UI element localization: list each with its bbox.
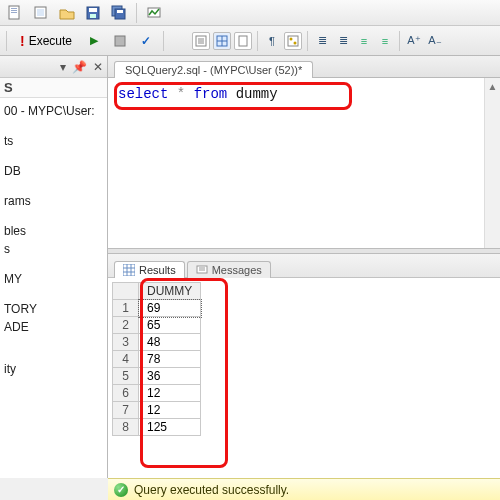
- cell[interactable]: 125: [139, 419, 201, 436]
- results-tab-strip: Results Messages: [108, 254, 500, 278]
- query-toolbar: ! Execute ▶ ✓ ¶ ≣ ≣ ≡ ≡ A⁺ A₋: [0, 26, 500, 56]
- tab-messages-label: Messages: [212, 264, 262, 276]
- scroll-up-icon[interactable]: ▲: [485, 78, 500, 94]
- cell[interactable]: 12: [139, 385, 201, 402]
- toolbar-separator: [6, 31, 7, 51]
- sql-keyword: from: [194, 86, 228, 102]
- new-query-icon[interactable]: [4, 3, 26, 23]
- tree-node[interactable]: TORY: [2, 300, 105, 318]
- svg-rect-21: [239, 36, 247, 46]
- sql-text: *: [168, 86, 193, 102]
- outdent-icon[interactable]: ≣: [334, 32, 352, 50]
- status-bar: ✓ Query executed successfully.: [108, 478, 500, 500]
- execute-icon: !: [20, 33, 25, 49]
- open-icon[interactable]: [56, 3, 78, 23]
- column-header[interactable]: DUMMY: [139, 283, 201, 300]
- results-grid-container: DUMMY 169 265 348 478 536 612 712 8125: [108, 278, 500, 478]
- results-panel: Results Messages DUMMY 169 265 348 478: [108, 254, 500, 478]
- svg-point-23: [290, 37, 293, 40]
- comment-icon[interactable]: ¶: [263, 32, 281, 50]
- svg-rect-25: [123, 264, 135, 276]
- object-explorer-header: ▾ 📌 ✕: [0, 56, 107, 78]
- svg-rect-22: [288, 36, 298, 46]
- tab-results-label: Results: [139, 264, 176, 276]
- tree-node[interactable]: bles: [2, 222, 105, 240]
- cell[interactable]: 36: [139, 368, 201, 385]
- messages-icon: [196, 264, 208, 276]
- object-explorer-title: S: [0, 78, 107, 98]
- toolbar-separator: [257, 31, 258, 51]
- tab-messages[interactable]: Messages: [187, 261, 271, 278]
- svg-rect-2: [11, 10, 17, 11]
- svg-point-24: [294, 41, 297, 44]
- cell[interactable]: 65: [139, 317, 201, 334]
- object-explorer: ▾ 📌 ✕ S 00 - MYPC\User: ts DB rams bles …: [0, 56, 108, 478]
- dropdown-icon[interactable]: ▾: [60, 60, 66, 74]
- pin-icon[interactable]: 📌: [72, 60, 87, 74]
- tree-node[interactable]: ts: [2, 132, 105, 150]
- editor-tab[interactable]: SQLQuery2.sql - (MYPC\User (52))*: [114, 61, 313, 78]
- table-row: 536: [113, 368, 201, 385]
- tree-node[interactable]: s: [2, 240, 105, 258]
- close-icon[interactable]: ✕: [93, 60, 103, 74]
- sql-editor[interactable]: select * from dummy: [108, 78, 500, 248]
- svg-rect-3: [11, 12, 17, 13]
- svg-rect-8: [90, 14, 96, 18]
- parse-icon[interactable]: ✓: [135, 31, 157, 51]
- toolbar-separator: [163, 31, 164, 51]
- svg-rect-13: [115, 36, 125, 46]
- cell[interactable]: 78: [139, 351, 201, 368]
- row-header-blank: [113, 283, 139, 300]
- new-project-icon[interactable]: [30, 3, 52, 23]
- tree-node[interactable]: ADE: [2, 318, 105, 336]
- cell[interactable]: 69: [139, 300, 201, 317]
- tree-node[interactable]: rams: [2, 192, 105, 210]
- execute-button[interactable]: ! Execute: [13, 30, 79, 52]
- success-icon: ✓: [114, 483, 128, 497]
- cell[interactable]: 12: [139, 402, 201, 419]
- tab-results[interactable]: Results: [114, 261, 185, 278]
- stop-icon[interactable]: [109, 31, 131, 51]
- toolbar-separator: [136, 3, 137, 23]
- include-actual-plan-icon[interactable]: [284, 32, 302, 50]
- table-row: 478: [113, 351, 201, 368]
- tree-node[interactable]: ity: [2, 360, 105, 378]
- display-options: ¶ ≣ ≣ ≡ ≡ A⁺ A₋: [192, 31, 444, 51]
- editor-scrollbar[interactable]: ▲: [484, 78, 500, 248]
- activity-monitor-icon[interactable]: [143, 3, 165, 23]
- table-row: 612: [113, 385, 201, 402]
- increase-indent-icon[interactable]: ≡: [376, 32, 394, 50]
- results-to-text-icon[interactable]: [192, 32, 210, 50]
- indent-icon[interactable]: ≣: [313, 32, 331, 50]
- table-row: 8125: [113, 419, 201, 436]
- table-row: 348: [113, 334, 201, 351]
- svg-rect-5: [37, 9, 44, 16]
- table-row: 712: [113, 402, 201, 419]
- svg-rect-11: [117, 10, 123, 13]
- results-grid[interactable]: DUMMY 169 265 348 478 536 612 712 8125: [112, 282, 201, 436]
- save-all-icon[interactable]: [108, 3, 130, 23]
- object-tree[interactable]: 00 - MYPC\User: ts DB rams bles s MY TOR…: [0, 98, 107, 382]
- specify-values2-icon[interactable]: A₋: [426, 32, 444, 50]
- status-message: Query executed successfully.: [134, 483, 289, 497]
- results-to-file-icon[interactable]: [234, 32, 252, 50]
- sql-text: dummy: [227, 86, 277, 102]
- tree-node[interactable]: DB: [2, 162, 105, 180]
- execute-label: Execute: [29, 34, 72, 48]
- cell[interactable]: 48: [139, 334, 201, 351]
- save-icon[interactable]: [82, 3, 104, 23]
- toolbar-separator: [307, 31, 308, 51]
- sql-keyword: select: [118, 86, 168, 102]
- results-to-grid-icon[interactable]: [213, 32, 231, 50]
- main-toolbar: [0, 0, 500, 26]
- debug-icon[interactable]: ▶: [83, 31, 105, 51]
- editor-area: SQLQuery2.sql - (MYPC\User (52))* select…: [108, 56, 500, 478]
- tree-node[interactable]: MY: [2, 270, 105, 288]
- svg-rect-7: [89, 8, 97, 12]
- specify-values-icon[interactable]: A⁺: [405, 32, 423, 50]
- table-row: 265: [113, 317, 201, 334]
- tree-node[interactable]: 00 - MYPC\User:: [2, 102, 105, 120]
- grid-icon: [123, 264, 135, 276]
- editor-tab-strip: SQLQuery2.sql - (MYPC\User (52))*: [108, 56, 500, 78]
- decrease-indent-icon[interactable]: ≡: [355, 32, 373, 50]
